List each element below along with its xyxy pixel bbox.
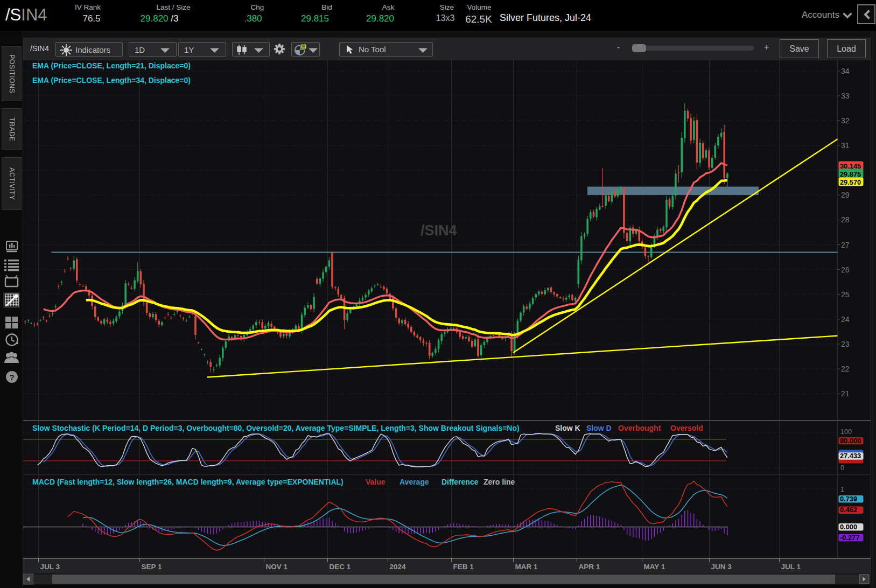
svg-text:33: 33 [841,92,850,100]
svg-text:2024: 2024 [390,563,407,571]
svg-text:25: 25 [841,290,850,299]
svg-text:JUN 3: JUN 3 [711,563,732,571]
svg-text:34: 34 [841,67,850,75]
svg-text:SEP 1: SEP 1 [142,563,163,571]
svg-text:EMA (Price=CLOSE, Length=21, D: EMA (Price=CLOSE, Length=21, Displace=0) [32,61,191,70]
svg-text:80.000: 80.000 [840,437,861,445]
svg-text:26: 26 [841,265,850,274]
svg-text:EMA (Price=CLOSE, Length=34, D: EMA (Price=CLOSE, Length=34, Displace=0) [32,76,191,85]
svg-text:FEB 1: FEB 1 [453,563,474,571]
svg-text:Value: Value [366,478,386,486]
svg-text:Overbought: Overbought [618,424,661,432]
svg-text:22: 22 [841,365,850,373]
svg-text:Average: Average [400,478,429,486]
svg-text:0: 0 [840,464,844,472]
svg-text:DEC 1: DEC 1 [330,563,351,571]
svg-text:Slow D: Slow D [586,424,612,432]
svg-text:JUL 1: JUL 1 [781,563,801,571]
svg-text:Oversold: Oversold [670,424,703,432]
svg-text:MACD (Fast length=12, Slow len: MACD (Fast length=12, Slow length=26, MA… [32,478,344,486]
svg-text:Zero line: Zero line [483,478,515,486]
svg-text:21: 21 [841,389,850,398]
svg-text:Slow K: Slow K [555,424,580,432]
svg-text:27: 27 [841,241,850,249]
svg-text:27.433: 27.433 [840,452,861,460]
svg-text:1: 1 [840,486,844,493]
svg-text:0.739: 0.739 [840,495,857,503]
svg-text:29.570: 29.570 [840,178,861,186]
svg-text:MAR 1: MAR 1 [515,563,538,571]
svg-text:29: 29 [841,191,850,199]
svg-text:29.875: 29.875 [840,170,861,178]
svg-text:NOV 1: NOV 1 [266,563,288,571]
svg-text:Slow Stochastic (K Period=14,: Slow Stochastic (K Period=14, D Period=3… [32,424,520,432]
svg-text:0.462: 0.462 [840,506,857,514]
svg-text:24: 24 [841,315,850,324]
svg-text:APR 1: APR 1 [579,563,600,571]
svg-text:100: 100 [840,428,852,436]
svg-text:0.000: 0.000 [840,523,857,531]
svg-text:Difference: Difference [441,478,479,486]
svg-text:JUL 3: JUL 3 [40,563,60,571]
svg-text:/SIN4: /SIN4 [421,222,457,239]
svg-text:23: 23 [841,340,850,348]
svg-text:31: 31 [841,141,850,150]
svg-text:MAY 1: MAY 1 [644,563,665,571]
svg-text:-0.277: -0.277 [840,534,859,542]
svg-text:28: 28 [841,215,850,224]
svg-text:32: 32 [841,116,850,125]
